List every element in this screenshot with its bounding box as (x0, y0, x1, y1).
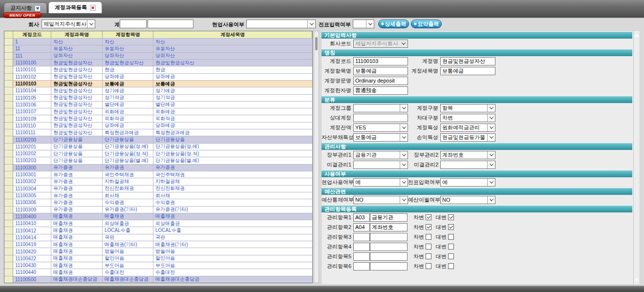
grid-row[interactable]: 1자산자산자산 (4, 39, 312, 45)
row-selector-cell[interactable] (4, 248, 13, 254)
row-selector-cell[interactable] (4, 199, 13, 206)
grid-header-0[interactable]: 계정코드 (13, 31, 51, 38)
field-mgmt-item-2-debit-checkbox[interactable] (426, 224, 431, 230)
grid-row[interactable]: 11100100현금및현금성자산현금및현금성자산현금및현금성자산 (4, 60, 312, 66)
grid-row[interactable]: 11100304유가증권전신전화채권전신전화채권 (4, 186, 312, 192)
grid-row[interactable]: 11100110현금및현금성자산당좌예금당좌예금 (4, 123, 312, 129)
field-mgmt-item-1-debit-checkbox[interactable] (426, 214, 431, 220)
row-selector-cell[interactable] (4, 45, 13, 52)
field-mgmt-item-4-credit-checkbox[interactable] (448, 244, 454, 250)
field-book-mgmt-2-select[interactable]: 계좌번호 (440, 151, 495, 159)
grid-scrollbar-thumb[interactable] (315, 37, 318, 50)
summary-print-button[interactable]: 요약출력 (411, 20, 442, 28)
field-pending-mgmt-2-select[interactable] (440, 161, 495, 169)
grid-row[interactable]: 11100430매출채권부도어음부도어음 (4, 262, 312, 269)
field-mgmt-item-6-name-input[interactable] (370, 262, 408, 271)
field-mgmt-item-4-debit-checkbox[interactable] (426, 244, 431, 250)
row-selector-cell[interactable] (4, 186, 13, 192)
row-selector-cell[interactable] (4, 213, 13, 220)
grid-row[interactable]: 11100400매출채권매출채권매출채권 (4, 213, 312, 220)
field-mgmt-item-3-name-input[interactable] (370, 233, 408, 241)
row-selector-cell[interactable] (4, 87, 13, 94)
grid-row[interactable]: 11100422매출채권할인어음할인어음 (4, 255, 312, 262)
row-selector-cell[interactable] (4, 220, 13, 227)
row-selector-cell[interactable] (4, 255, 13, 262)
grid-row[interactable]: 11100306유가증권수익증권수익증권 (4, 199, 312, 206)
scroll-down-icon[interactable] (635, 277, 639, 281)
field-mgmt-item-5-code-input[interactable] (353, 252, 370, 261)
row-selector-cell[interactable] (4, 129, 13, 136)
field-mgmt-item-6-credit-checkbox[interactable] (448, 263, 454, 269)
field-mgmt-item-3-debit-checkbox[interactable] (426, 234, 431, 240)
field-mgmt-item-6-debit-checkbox[interactable] (426, 263, 431, 269)
row-selector-cell[interactable] (4, 269, 13, 275)
row-selector-cell[interactable] (4, 60, 13, 66)
row-selector-cell[interactable] (4, 108, 13, 115)
grid-row[interactable]: 11100103현금및현금성자산보통예금보통예금 (4, 81, 312, 87)
field-slip-entry-yn-select[interactable]: 예 (440, 178, 495, 187)
field-asset-liability-trait-select[interactable]: 보통예금 (353, 133, 408, 142)
field-mgmt-item-4-code-input[interactable] (353, 243, 370, 251)
grid-row[interactable]: 11100203단기금융상품단기금융상품(별.예)단기금융상품(별.예) (4, 157, 312, 164)
row-selector-cell[interactable] (4, 171, 13, 178)
row-selector-cell[interactable] (4, 207, 13, 213)
grid-row[interactable]: 11유동자산유동자산유동자산 (4, 45, 312, 52)
detail-print-button[interactable]: 상세출력 (378, 20, 409, 28)
grid-row[interactable]: 11100107현금및현금성자산외화예금외화예금 (4, 108, 312, 115)
field-mgmt-item-6-code-input[interactable] (353, 262, 370, 271)
grid-row[interactable]: 11100109현금및현금성자산외화적금외화적금 (4, 115, 312, 122)
field-account-english-name-input[interactable] (353, 77, 408, 85)
row-selector-cell[interactable] (4, 178, 13, 185)
field-account-detail-name-input[interactable] (440, 67, 495, 75)
account-name-input[interactable] (148, 20, 193, 28)
row-selector-cell[interactable] (4, 74, 13, 80)
grid-row[interactable]: 11100300유가증권유가증권유가증권 (4, 165, 312, 171)
close-icon[interactable] (35, 5, 41, 11)
row-selector-cell[interactable] (4, 157, 13, 164)
row-selector-cell[interactable] (4, 227, 13, 233)
grid-row[interactable]: 11100420매출채권받을어음받을어음 (4, 248, 312, 255)
field-mgmt-item-3-code-input[interactable] (353, 233, 370, 241)
grid-row[interactable]: 11100105현금및현금성자산정기적금정기적금 (4, 95, 312, 102)
close-icon[interactable] (90, 5, 96, 11)
field-mgmt-item-2-name-input[interactable] (370, 223, 408, 231)
field-profit-loss-trait-select[interactable]: 현금및현금등가물 (440, 133, 495, 142)
field-use-select[interactable] (246, 20, 316, 28)
field-pending-mgmt-1-select[interactable] (353, 161, 408, 169)
row-selector-cell[interactable] (4, 262, 13, 269)
grid-row[interactable]: 11100200단기금융상품단기금융상품단기금융상품 (4, 136, 312, 143)
row-selector-cell[interactable] (4, 81, 13, 87)
grid-row[interactable]: 11100301유가증권국민주택채권국민주택채권 (4, 171, 312, 178)
grid-row[interactable]: 11100410매출채권외상매출금외상매출금 (4, 220, 312, 227)
field-counter-account-input[interactable] (353, 114, 408, 122)
row-selector-cell[interactable] (4, 95, 13, 101)
field-mgmt-item-5-name-input[interactable] (370, 252, 408, 261)
row-selector-cell[interactable] (4, 115, 13, 122)
field-mgmt-item-2-code-input[interactable] (353, 223, 370, 231)
grid-header-1[interactable]: 계정과목명 (51, 31, 103, 38)
field-field-use-yn-select[interactable]: 예 (353, 178, 408, 187)
field-account-name-input[interactable] (440, 57, 495, 65)
row-selector-cell[interactable] (4, 234, 13, 241)
slip-entry-select[interactable] (353, 20, 374, 28)
grid-row[interactable]: 11100309유가증권유가증권(기타)유가증권(기타) (4, 207, 312, 213)
tab-account-registration[interactable]: 계정과목등록 (48, 1, 102, 13)
row-selector-cell[interactable] (4, 276, 13, 283)
row-selector-cell[interactable] (4, 66, 13, 73)
field-mgmt-item-2-credit-checkbox[interactable] (448, 224, 454, 230)
grid-row[interactable]: 11100104현금및현금성자산정기예금정기예금 (4, 87, 312, 94)
row-selector-cell[interactable] (4, 123, 13, 129)
grid-row[interactable]: 11100111현금및현금성자산특정현금과예금특정현금과예금 (4, 129, 312, 136)
row-selector-cell[interactable] (4, 136, 13, 143)
field-mgmt-item-1-credit-checkbox[interactable] (448, 214, 454, 220)
field-account-code-input[interactable] (353, 57, 408, 65)
row-selector-cell[interactable] (4, 39, 13, 45)
row-selector-cell[interactable] (4, 150, 13, 157)
grid-row[interactable]: 11100412매출채권LOCAL수출LOCAL수출 (4, 227, 312, 234)
row-selector-cell[interactable] (4, 53, 13, 59)
account-code-input[interactable] (120, 20, 147, 28)
field-debit-credit-class-select[interactable]: 차변 (440, 114, 495, 122)
field-account-balance-select[interactable]: YES (353, 124, 408, 132)
grid-scrollbar[interactable] (314, 31, 319, 283)
grid-row[interactable]: 11100305유가증권회사채회사채 (4, 192, 312, 199)
